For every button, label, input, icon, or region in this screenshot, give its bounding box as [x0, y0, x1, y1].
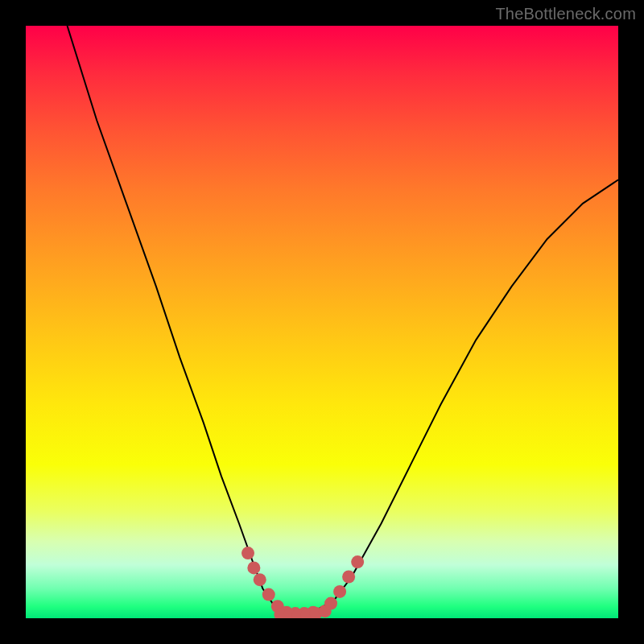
- chart-svg: [26, 26, 618, 618]
- marker-dot: [262, 588, 275, 601]
- chart-plot-area: [26, 26, 618, 618]
- marker-dot: [342, 570, 355, 583]
- marker-layer: [242, 547, 364, 618]
- marker-dot: [351, 555, 364, 568]
- marker-dot: [324, 597, 337, 610]
- curve-layer: [68, 26, 618, 615]
- marker-dot: [247, 561, 260, 574]
- marker-dot: [254, 573, 266, 586]
- watermark-text: TheBottleneck.com: [495, 5, 636, 23]
- marker-dot: [333, 585, 346, 598]
- main-curve-path: [68, 26, 618, 615]
- marker-dot: [242, 547, 254, 559]
